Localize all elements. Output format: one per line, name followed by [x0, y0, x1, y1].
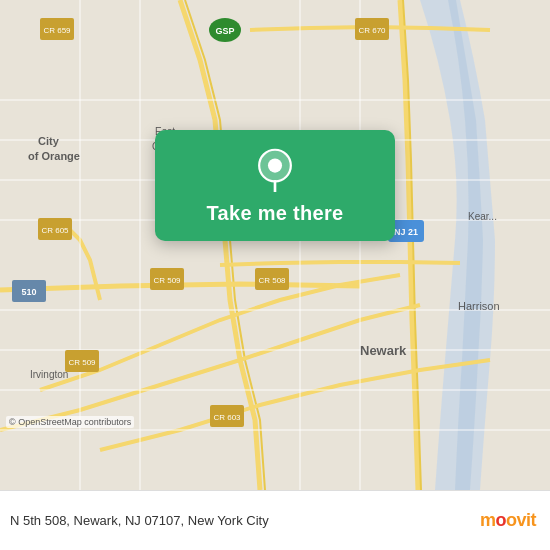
- svg-text:Harrison: Harrison: [458, 300, 500, 312]
- take-me-there-button[interactable]: Take me there: [207, 202, 344, 225]
- svg-text:CR 509: CR 509: [153, 276, 181, 285]
- action-card: Take me there: [155, 130, 395, 241]
- location-pin-icon: [253, 148, 297, 192]
- svg-text:CR 659: CR 659: [43, 26, 71, 35]
- svg-text:GSP: GSP: [215, 26, 234, 36]
- moovit-o-dot: o: [495, 510, 506, 530]
- address-text: N 5th 508, Newark, NJ 07107, New York Ci…: [10, 513, 480, 528]
- svg-text:510: 510: [21, 287, 36, 297]
- svg-text:CR 603: CR 603: [213, 413, 241, 422]
- svg-text:of Orange: of Orange: [28, 150, 80, 162]
- osm-attribution: © OpenStreetMap contributors: [6, 416, 134, 428]
- svg-text:CR 670: CR 670: [358, 26, 386, 35]
- svg-point-45: [268, 159, 282, 173]
- svg-text:NJ 21: NJ 21: [394, 227, 418, 237]
- svg-text:CR 508: CR 508: [258, 276, 286, 285]
- svg-text:CR 605: CR 605: [41, 226, 69, 235]
- svg-text:Kear...: Kear...: [468, 211, 497, 222]
- bottom-bar: N 5th 508, Newark, NJ 07107, New York Ci…: [0, 490, 550, 550]
- map-container: NJ 21 GSP GSP CR 659 CR 670 CR 605 CR 50…: [0, 0, 550, 490]
- svg-text:City: City: [38, 135, 60, 147]
- moovit-wordmark: moovit: [480, 510, 536, 531]
- svg-text:Newark: Newark: [360, 343, 407, 358]
- svg-text:Irvington: Irvington: [30, 369, 68, 380]
- moovit-logo: moovit: [480, 510, 536, 531]
- moovit-rest: ovit: [506, 510, 536, 530]
- svg-text:CR 509: CR 509: [68, 358, 96, 367]
